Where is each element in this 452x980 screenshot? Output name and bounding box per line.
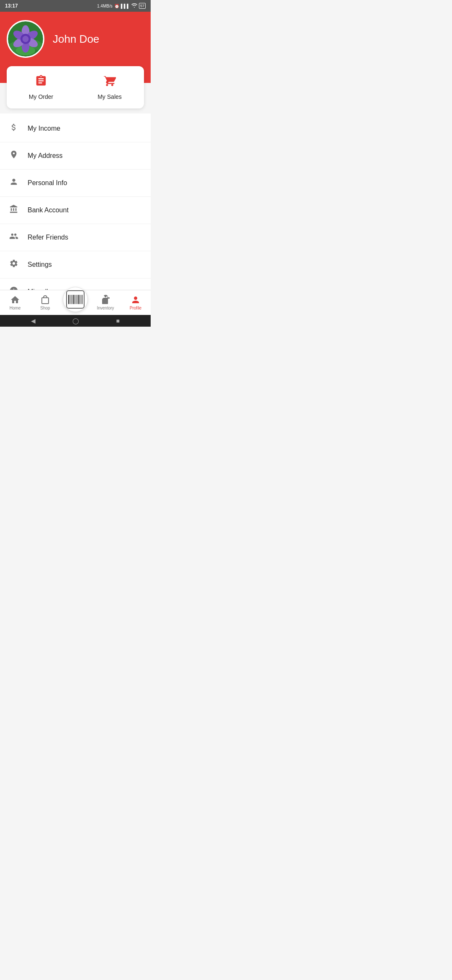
refer-friends-label: Refer Friends [28,234,68,241]
android-back-btn[interactable]: ◀ [31,317,36,324]
menu-item-my-income[interactable]: My Income [0,115,151,142]
my-sales-button[interactable]: My Sales [75,75,144,100]
nav-shop[interactable]: Shop [30,290,60,315]
my-order-label: My Order [29,93,53,100]
clipboard-icon [35,75,47,90]
scanner-icon [66,290,85,309]
android-nav-bar: ◀ ◯ ■ [0,315,151,327]
status-time: 13:17 [5,3,18,9]
nav-shop-label: Shop [40,306,50,310]
scanner-button-wrap [63,287,88,312]
my-sales-label: My Sales [98,93,122,100]
nav-home-label: Home [10,306,21,310]
gear-icon [8,259,19,271]
settings-label: Settings [28,261,52,268]
svg-point-11 [23,36,29,42]
home-icon [10,295,20,305]
network-speed: 1.4MB/s [97,4,113,8]
my-income-label: My Income [28,125,60,132]
avatar-image [8,20,43,58]
alarm-icon: ⏰ [114,4,119,8]
inventory-icon [100,295,110,305]
android-square-btn[interactable]: ■ [116,317,119,324]
quick-actions-card: My Order My Sales [7,66,144,108]
nav-inventory-label: Inventory [97,306,114,310]
signal-icon: ▌▌▌ [121,4,130,8]
dollar-icon [8,123,19,134]
menu-item-settings[interactable]: Settings [0,251,151,279]
avatar [7,20,44,58]
location-icon [8,150,19,162]
nav-inventory[interactable]: Inventory [90,290,121,315]
my-order-button[interactable]: My Order [7,75,75,100]
nav-profile[interactable]: Profile [121,290,151,315]
bank-icon [8,204,19,216]
scanner-button[interactable] [63,287,88,312]
menu-item-my-address[interactable]: My Address [0,142,151,170]
personal-info-label: Personal Info [28,179,67,187]
status-right: 1.4MB/s ⏰ ▌▌▌ 57 [97,3,146,9]
battery-icon: 57 [139,3,146,9]
person-icon [8,177,19,189]
cart-icon [103,75,116,90]
menu-item-bank-account[interactable]: Bank Account [0,197,151,224]
user-name: John Doe [53,33,99,46]
bank-account-label: Bank Account [28,206,69,214]
profile-icon [131,295,141,305]
shop-icon [40,295,50,305]
nav-profile-label: Profile [130,306,141,310]
my-address-label: My Address [28,152,63,160]
menu-item-personal-info[interactable]: Personal Info [0,170,151,197]
group-icon [8,232,19,243]
android-home-btn[interactable]: ◯ [72,317,79,324]
status-bar: 13:17 1.4MB/s ⏰ ▌▌▌ 57 [0,0,151,12]
wifi-icon [131,3,137,8]
menu-item-refer-friends[interactable]: Refer Friends [0,224,151,251]
nav-home[interactable]: Home [0,290,30,315]
